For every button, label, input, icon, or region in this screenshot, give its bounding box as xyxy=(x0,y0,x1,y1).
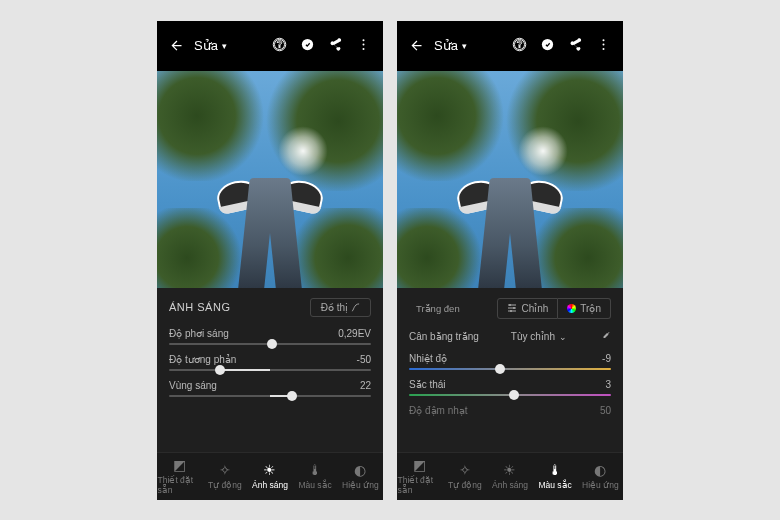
tool-label: Ánh sáng xyxy=(492,480,528,490)
effects-icon: ◐ xyxy=(592,462,608,478)
wb-label: Cân bằng trắng xyxy=(409,331,479,342)
help-icon[interactable] xyxy=(512,37,527,55)
wb-mode-value: Tùy chỉnh xyxy=(511,331,555,342)
tool-light[interactable]: ☀Ánh sáng xyxy=(488,462,532,490)
svg-point-9 xyxy=(513,307,515,309)
help-icon[interactable] xyxy=(272,37,287,55)
tool-label: Tự động xyxy=(208,480,242,490)
screen-title[interactable]: Sửa ▾ xyxy=(434,38,467,53)
mix-tab[interactable]: Trộn xyxy=(558,298,611,319)
color-icon: 🌡 xyxy=(307,462,323,478)
color-icon: 🌡 xyxy=(547,462,563,478)
effects-icon: ◐ xyxy=(352,462,368,478)
tool-color[interactable]: 🌡Màu sắc xyxy=(533,462,577,490)
svg-point-4 xyxy=(542,38,553,49)
svg-point-7 xyxy=(603,47,605,49)
tool-presets[interactable]: ◩Thiết đặt sẵn xyxy=(158,457,202,495)
tool-label: Thiết đặt sẵn xyxy=(158,475,202,495)
wb-mode-select[interactable]: Tùy chỉnh ⌄ xyxy=(511,331,567,342)
mix-label: Trộn xyxy=(580,303,601,314)
curve-button[interactable]: Đồ thị xyxy=(310,298,371,317)
panel-title: ÁNH SÁNG xyxy=(169,301,230,313)
svg-point-3 xyxy=(363,47,365,49)
share-icon[interactable] xyxy=(328,37,343,55)
slider-value: 0,29EV xyxy=(338,328,371,339)
color-panel: Trắng đen Chỉnh Trộn Cân bằng trắng Tùy … xyxy=(397,288,623,452)
photo-preview[interactable] xyxy=(157,71,383,288)
tool-auto[interactable]: ✧Tự động xyxy=(203,462,247,490)
presets-icon: ◩ xyxy=(412,457,428,473)
eyedropper-icon[interactable] xyxy=(599,330,611,344)
tool-label: Thiết đặt sẵn xyxy=(398,475,442,495)
adjust-mix-segmented: Chỉnh Trộn xyxy=(497,298,611,319)
screen-title-text: Sửa xyxy=(194,38,218,53)
sliders-icon xyxy=(507,303,517,313)
color-ring-icon xyxy=(567,304,576,313)
slider-label: Vùng sáng xyxy=(169,380,217,391)
slider-contrast[interactable]: Độ tương phản -50 xyxy=(169,354,371,371)
svg-point-6 xyxy=(603,43,605,45)
caret-down-icon: ▾ xyxy=(222,41,227,51)
slider-label: Độ tương phản xyxy=(169,354,236,365)
slider-tint[interactable]: Sắc thái 3 xyxy=(409,379,611,396)
screen-title[interactable]: Sửa ▾ xyxy=(194,38,227,53)
slider-temperature[interactable]: Nhiệt độ -9 xyxy=(409,353,611,370)
bottom-toolbar: ◩Thiết đặt sẵn ✧Tự động ☀Ánh sáng 🌡Màu s… xyxy=(157,452,383,500)
photo-preview[interactable] xyxy=(397,71,623,288)
adjust-tab[interactable]: Chỉnh xyxy=(497,298,558,319)
curve-icon xyxy=(351,303,360,312)
svg-point-1 xyxy=(363,39,365,41)
svg-point-2 xyxy=(363,43,365,45)
tool-presets[interactable]: ◩Thiết đặt sẵn xyxy=(398,457,442,495)
caret-down-icon: ▾ xyxy=(462,41,467,51)
presets-icon: ◩ xyxy=(172,457,188,473)
svg-point-10 xyxy=(510,310,512,312)
chevron-down-icon: ⌄ xyxy=(559,332,567,342)
more-icon[interactable] xyxy=(596,37,611,55)
phone-left: Sửa ▾ ÁNH SÁNG Đồ thị Độ phơi sá xyxy=(157,21,383,500)
slider-label: Độ phơi sáng xyxy=(169,328,229,339)
tool-label: Màu sắc xyxy=(538,480,571,490)
tool-color[interactable]: 🌡Màu sắc xyxy=(293,462,337,490)
tool-effects[interactable]: ◐Hiệu ứng xyxy=(338,462,382,490)
slider-label: Sắc thái xyxy=(409,379,446,390)
slider-label: Nhiệt độ xyxy=(409,353,447,364)
light-icon: ☀ xyxy=(502,462,518,478)
auto-icon: ✧ xyxy=(457,462,473,478)
svg-point-8 xyxy=(509,304,511,306)
tool-light[interactable]: ☀Ánh sáng xyxy=(248,462,292,490)
tool-auto[interactable]: ✧Tự động xyxy=(443,462,487,490)
slider-highlights[interactable]: Vùng sáng 22 xyxy=(169,380,371,397)
back-icon[interactable] xyxy=(409,38,424,53)
slider-value: 22 xyxy=(360,380,371,391)
light-icon: ☀ xyxy=(262,462,278,478)
accept-icon[interactable] xyxy=(300,37,315,55)
top-bar: Sửa ▾ xyxy=(157,21,383,71)
back-icon[interactable] xyxy=(169,38,184,53)
share-icon[interactable] xyxy=(568,37,583,55)
screen-title-text: Sửa xyxy=(434,38,458,53)
auto-icon: ✧ xyxy=(217,462,233,478)
slider-value: 50 xyxy=(600,405,611,416)
slider-vibrance[interactable]: Độ đậm nhạt 50 xyxy=(409,405,611,416)
tool-label: Hiệu ứng xyxy=(342,480,379,490)
phone-right: Sửa ▾ Trắng đen Chỉnh xyxy=(397,21,623,500)
bottom-toolbar: ◩Thiết đặt sẵn ✧Tự động ☀Ánh sáng 🌡Màu s… xyxy=(397,452,623,500)
white-balance-row: Cân bằng trắng Tùy chỉnh ⌄ xyxy=(409,330,611,344)
bw-toggle[interactable]: Trắng đen xyxy=(409,301,467,316)
light-panel: ÁNH SÁNG Đồ thị Độ phơi sáng 0,29EV Độ t… xyxy=(157,288,383,452)
tool-label: Màu sắc xyxy=(298,480,331,490)
more-icon[interactable] xyxy=(356,37,371,55)
curve-button-label: Đồ thị xyxy=(321,302,348,313)
adjust-label: Chỉnh xyxy=(521,303,548,314)
tool-label: Hiệu ứng xyxy=(582,480,619,490)
tool-effects[interactable]: ◐Hiệu ứng xyxy=(578,462,622,490)
slider-exposure[interactable]: Độ phơi sáng 0,29EV xyxy=(169,328,371,345)
slider-value: -50 xyxy=(357,354,371,365)
slider-label: Độ đậm nhạt xyxy=(409,405,468,416)
tool-label: Tự động xyxy=(448,480,482,490)
slider-value: 3 xyxy=(605,379,611,390)
slider-value: -9 xyxy=(602,353,611,364)
accept-icon[interactable] xyxy=(540,37,555,55)
svg-point-5 xyxy=(603,39,605,41)
